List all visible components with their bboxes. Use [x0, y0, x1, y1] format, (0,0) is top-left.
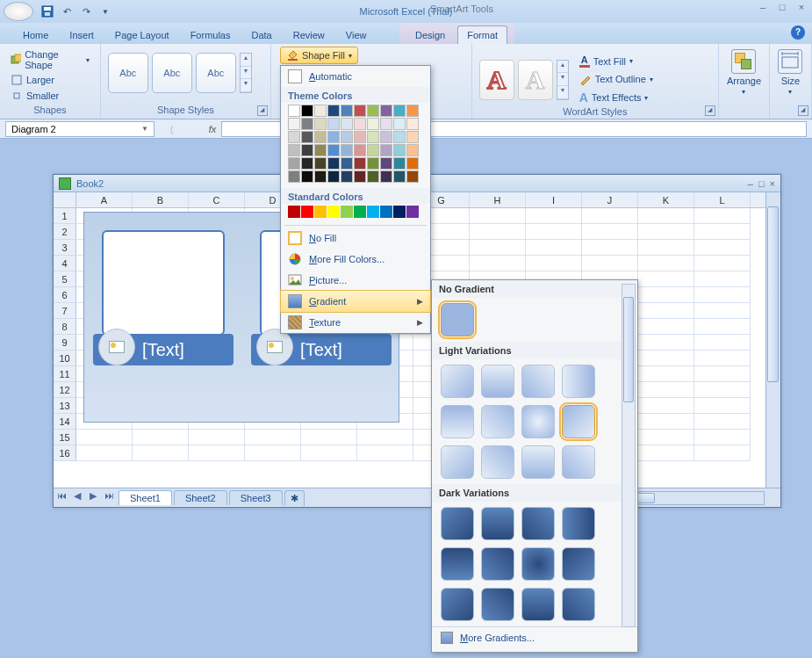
gradient-swatch-dark[interactable] — [481, 547, 514, 581]
wordart-styles-more[interactable]: ▴▾▾ — [557, 60, 569, 100]
cell[interactable] — [694, 224, 751, 240]
wordart-launcher[interactable]: ◢ — [705, 105, 715, 116]
theme-color-swatch[interactable] — [380, 118, 392, 130]
theme-color-swatch[interactable] — [327, 131, 340, 143]
cell[interactable] — [638, 366, 694, 382]
cell[interactable] — [638, 240, 694, 256]
theme-color-swatch[interactable] — [393, 118, 406, 130]
gradient-swatch-light[interactable] — [441, 445, 474, 479]
cell[interactable] — [694, 398, 751, 414]
tab-format[interactable]: Format — [457, 25, 507, 44]
cell[interactable] — [526, 224, 582, 240]
cell[interactable] — [582, 224, 638, 240]
theme-color-swatch[interactable] — [406, 157, 419, 170]
change-shape-button[interactable]: Change Shape▾ — [7, 47, 93, 72]
sheet-nav-first[interactable]: ⏮ — [54, 490, 69, 506]
theme-color-swatch[interactable] — [301, 144, 313, 156]
theme-color-swatch[interactable] — [354, 118, 366, 130]
tab-page-layout[interactable]: Page Layout — [106, 26, 178, 44]
cell[interactable] — [694, 366, 751, 382]
picture-icon[interactable] — [256, 329, 293, 365]
theme-color-swatch[interactable] — [380, 131, 392, 143]
standard-color-swatch[interactable] — [380, 206, 392, 218]
column-header[interactable]: C — [189, 192, 245, 207]
gradient-swatch-dark[interactable] — [441, 507, 474, 540]
tab-view[interactable]: View — [337, 26, 376, 44]
cell[interactable] — [638, 271, 694, 287]
cell[interactable] — [76, 445, 133, 461]
shape-styles-more[interactable]: ▴▾▾ — [240, 53, 252, 93]
cell[interactable] — [694, 445, 751, 461]
cell[interactable] — [638, 398, 694, 414]
cell[interactable] — [582, 208, 638, 224]
theme-color-swatch[interactable] — [327, 105, 340, 117]
theme-color-swatch[interactable] — [367, 118, 379, 130]
workbook-close[interactable]: × — [770, 178, 775, 189]
theme-color-swatch[interactable] — [367, 144, 379, 156]
cell[interactable] — [694, 208, 751, 224]
theme-color-swatch[interactable] — [314, 144, 327, 156]
sheet-tab[interactable]: Sheet1 — [119, 490, 172, 505]
theme-color-swatch[interactable] — [341, 144, 353, 156]
theme-color-swatch[interactable] — [406, 105, 419, 117]
row-header[interactable]: 12 — [54, 382, 76, 398]
text-effects-button[interactable]: AText Effects▾ — [576, 89, 657, 106]
column-header[interactable]: L — [694, 192, 751, 207]
column-header[interactable]: B — [133, 192, 189, 207]
gradient-swatch-light[interactable] — [562, 445, 595, 479]
standard-color-swatch[interactable] — [288, 206, 300, 218]
workbook-minimize[interactable]: – — [748, 178, 753, 189]
new-sheet-button[interactable]: ✱ — [284, 490, 305, 506]
cell[interactable] — [638, 224, 694, 240]
office-button[interactable] — [4, 2, 33, 21]
cell[interactable] — [638, 430, 694, 445]
cell[interactable] — [638, 335, 694, 351]
standard-color-swatch[interactable] — [301, 206, 313, 218]
theme-color-swatch[interactable] — [301, 105, 313, 117]
cell[interactable] — [470, 224, 526, 240]
smaller-button[interactable]: Smaller — [7, 88, 93, 104]
theme-color-swatch[interactable] — [380, 157, 392, 170]
cell[interactable] — [357, 430, 413, 445]
theme-color-swatch[interactable] — [367, 131, 379, 143]
shape-style-preset[interactable]: Abc — [196, 53, 236, 93]
gradient-swatch-light[interactable] — [562, 365, 595, 398]
standard-color-swatch[interactable] — [327, 206, 340, 218]
gradient-swatch-light[interactable] — [481, 445, 514, 479]
gradient-swatch-light[interactable] — [441, 365, 474, 398]
theme-color-swatch[interactable] — [314, 170, 327, 183]
cell[interactable] — [470, 256, 526, 271]
cell[interactable] — [694, 351, 751, 366]
text-fill-button[interactable]: AText Fill▾ — [576, 53, 657, 69]
wordart-style-preset[interactable]: A — [479, 60, 514, 100]
cell[interactable] — [189, 430, 245, 445]
text-outline-button[interactable]: Text Outline▾ — [576, 71, 657, 87]
cell[interactable] — [694, 271, 751, 287]
cell[interactable] — [582, 256, 638, 271]
gradient-swatch-none[interactable] — [441, 303, 474, 336]
row-header[interactable]: 15 — [54, 430, 76, 445]
theme-color-swatch[interactable] — [393, 105, 406, 117]
theme-color-swatch[interactable] — [301, 170, 313, 183]
gradient-scrollbar[interactable] — [622, 284, 636, 627]
gradient-swatch-light[interactable] — [562, 405, 595, 438]
theme-color-swatch[interactable] — [354, 131, 366, 143]
theme-color-swatch[interactable] — [288, 131, 300, 143]
theme-color-swatch[interactable] — [354, 157, 366, 170]
arrange-button[interactable]: Arrange▾ — [726, 47, 762, 98]
workbook-restore[interactable]: □ — [758, 178, 765, 189]
vertical-scrollbar[interactable] — [765, 192, 780, 488]
standard-color-swatch[interactable] — [367, 206, 379, 218]
help-button[interactable]: ? — [791, 25, 805, 40]
fill-automatic[interactable]: Automatic — [281, 66, 430, 87]
tab-home[interactable]: Home — [14, 26, 57, 44]
theme-color-swatch[interactable] — [406, 131, 419, 143]
cell[interactable] — [357, 445, 413, 461]
theme-color-swatch[interactable] — [314, 157, 327, 170]
row-header[interactable]: 2 — [54, 224, 76, 240]
standard-color-swatch[interactable] — [406, 206, 419, 218]
cell[interactable] — [638, 287, 694, 303]
gradient-swatch-dark[interactable] — [521, 588, 555, 621]
theme-color-swatch[interactable] — [367, 170, 379, 183]
theme-color-swatch[interactable] — [367, 157, 379, 170]
